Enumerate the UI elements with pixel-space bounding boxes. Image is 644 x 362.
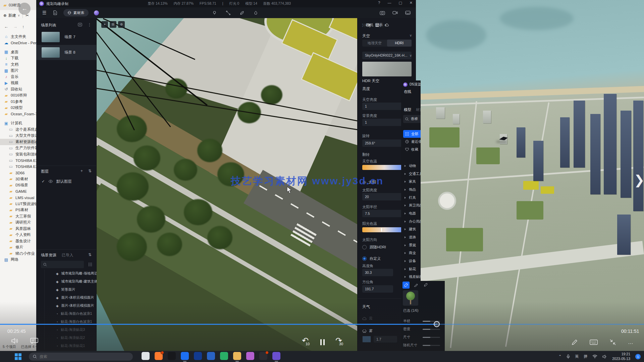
category-row[interactable]: 建筑	[405, 226, 421, 234]
grid-view-icon[interactable]	[88, 262, 92, 266]
chevron-up-icon[interactable]: ⌃	[558, 354, 561, 359]
rewind-10-button[interactable]: ↶10	[302, 338, 313, 348]
resource-item[interactable]: ◈ 面片-体积云模拟面片	[44, 294, 96, 302]
hdri-option[interactable]: HDRI	[387, 40, 412, 47]
render-queue-icon[interactable]	[405, 10, 411, 15]
geo-sky-option[interactable]: 地理天空	[362, 40, 387, 47]
taskbar-app-icon[interactable]	[207, 352, 215, 360]
sort-layers-icon[interactable]: ⇅	[88, 169, 92, 173]
sky-mode-toggle[interactable]: 地理天空 HDRI	[362, 40, 412, 47]
category-row[interactable]: 饰品	[405, 186, 421, 194]
category-row[interactable]: 视差贴图	[405, 273, 421, 281]
library-search-input[interactable]: 香樟	[403, 115, 421, 123]
category-row[interactable]: 家具	[405, 178, 421, 186]
add-layer-icon[interactable]: +	[80, 169, 83, 173]
resource-item[interactable]: ◈ 城市规划鸟瞰-场地周边.d5a	[44, 269, 96, 278]
taskbar-search-input[interactable]	[40, 355, 107, 359]
category-row[interactable]: 道路	[405, 233, 421, 241]
taskbar-app-icon[interactable]	[168, 352, 176, 360]
follow-hdri-radio[interactable]: 跟随HDRI	[362, 245, 386, 250]
nav-forward-button[interactable]: →	[13, 24, 17, 29]
custom-direction-radio[interactable]: 自定义	[362, 256, 381, 261]
windows-start-button[interactable]	[15, 353, 21, 360]
screenshot-icon[interactable]	[380, 10, 385, 15]
effects-tool-icon[interactable]	[253, 10, 258, 15]
notification-count-badge[interactable]: 1	[635, 354, 641, 359]
eye-icon[interactable]	[48, 180, 53, 183]
add-scene-icon[interactable]	[78, 22, 82, 27]
filter-icon[interactable]: ⇅	[88, 252, 92, 257]
resource-item[interactable]: ◈ 城市规划鸟瞰-建筑主体.d5a	[44, 278, 96, 286]
imported-tab[interactable]: 已导入	[62, 253, 73, 258]
chevron-down-icon[interactable]: ∨	[410, 34, 412, 37]
video-record-icon[interactable]	[392, 10, 398, 15]
vegetation-tool-icon[interactable]	[239, 10, 245, 15]
shrink-icon[interactable]	[610, 339, 616, 345]
taskbar-app-icon[interactable]	[181, 352, 189, 360]
resource-search-input[interactable]	[41, 261, 84, 268]
snap-tool-icon[interactable]: ⊕	[118, 21, 125, 28]
layer-row-default[interactable]: ✓ 默认图层	[36, 178, 96, 185]
taskbar-app-icon[interactable]	[142, 352, 150, 360]
category-row[interactable]: 贴花	[405, 265, 421, 273]
nav-all[interactable]: 全部	[403, 130, 421, 138]
wifi-icon[interactable]	[592, 355, 597, 358]
category-row[interactable]: 动物	[405, 162, 421, 170]
import-icon[interactable]	[53, 10, 57, 15]
forward-30-button[interactable]: ↷30	[335, 338, 347, 348]
pick-tool-icon[interactable]	[422, 282, 429, 289]
nav-favorites[interactable]: 收藏	[403, 145, 421, 153]
material-sphere-icon[interactable]	[94, 10, 99, 15]
azimuth-input[interactable]: 191.7	[362, 285, 393, 293]
keyboard-icon[interactable]	[590, 340, 598, 345]
category-row[interactable]: 电器	[405, 209, 421, 218]
speaker-icon[interactable]	[602, 355, 607, 359]
progress-handle[interactable]	[434, 321, 440, 327]
category-row[interactable]: 厨卫用品	[405, 201, 421, 209]
category-row[interactable]: 灯具	[405, 194, 421, 202]
taskbar-app-icon[interactable]	[194, 352, 202, 360]
category-row[interactable]: 交通工具	[405, 170, 421, 178]
kebab-menu-icon[interactable]: ⋮	[88, 22, 92, 27]
ime-pinyin-indicator[interactable]: 拼	[584, 354, 587, 359]
taskbar-app-icon[interactable]	[220, 352, 228, 360]
scene-resources-tab[interactable]: 场景资源	[41, 253, 56, 258]
more-options-icon[interactable]: …	[628, 339, 634, 345]
snap-tool-icon[interactable]: ⊞	[110, 21, 116, 28]
library-online-tab[interactable]: 在线	[404, 89, 411, 94]
hdri-dropdown[interactable]: SkyOnlyHDRI022_16K-H...	[362, 52, 412, 59]
menu-icon[interactable]: ☰	[42, 10, 47, 15]
nav-back-button[interactable]: ←	[4, 24, 8, 29]
altitude-input[interactable]: 30.3	[362, 269, 393, 276]
taskbar-app-icon[interactable]	[246, 352, 254, 360]
tab-models[interactable]: 模型	[404, 107, 411, 112]
sky-section-header[interactable]: 天空	[362, 34, 370, 39]
player-back-button[interactable]: ←	[18, 3, 31, 15]
progress-bar[interactable]	[0, 324, 644, 325]
pencil-icon[interactable]	[572, 339, 578, 345]
tab-materials[interactable]: 材质	[416, 107, 421, 112]
help-icon[interactable]: ?	[378, 1, 380, 5]
hdri-preview[interactable]	[362, 62, 412, 76]
path-tool-icon[interactable]	[226, 10, 231, 15]
taskbar-app-icon[interactable]	[272, 352, 280, 360]
subtitle-icon[interactable]	[30, 338, 38, 344]
camera-view-button[interactable]: 相机	[363, 21, 369, 28]
microphone-icon[interactable]	[567, 354, 570, 359]
taskbar-app-icon[interactable]	[155, 352, 163, 360]
taskbar-app-icon[interactable]	[259, 352, 267, 360]
close-button[interactable]: ✕	[410, 1, 413, 5]
taskbar-search[interactable]	[29, 353, 133, 361]
category-row[interactable]: 景观	[405, 241, 421, 249]
nav-up-button[interactable]: ↑	[22, 24, 24, 29]
asset-library-button[interactable]: 素材库	[63, 9, 89, 16]
slider-marker[interactable]	[381, 228, 382, 232]
category-row[interactable]: 办公用品	[405, 218, 421, 226]
maximize-button[interactable]: ▢	[398, 1, 402, 5]
nav-recent[interactable]: 最近使用	[403, 138, 421, 145]
pause-button[interactable]	[320, 339, 325, 345]
scene-item-8[interactable]: 场景 8	[36, 45, 96, 60]
taskbar-clock[interactable]: 19:21 2023-05-13	[612, 352, 630, 361]
light-tool-icon[interactable]	[212, 10, 217, 15]
ime-english-indicator[interactable]: 英	[575, 354, 579, 359]
